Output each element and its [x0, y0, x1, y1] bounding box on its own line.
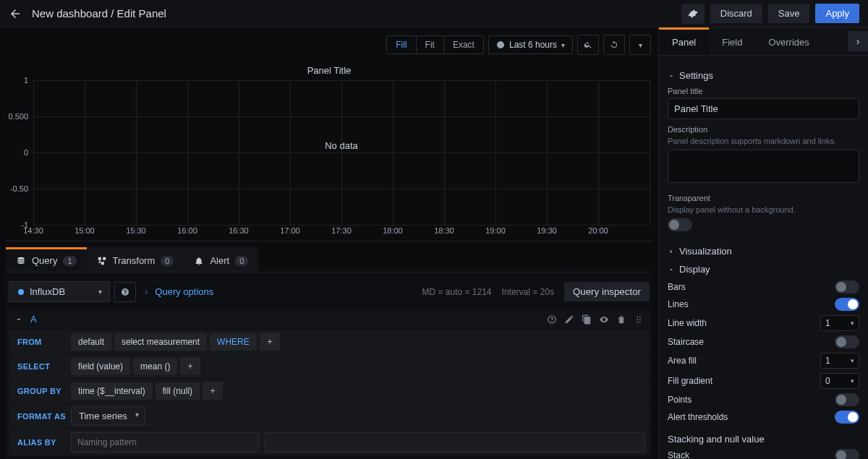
chevron-down-icon	[668, 266, 675, 273]
section-settings[interactable]: Settings	[668, 70, 859, 81]
time-range-button[interactable]: Last 6 hours ▾	[488, 35, 573, 54]
discard-button[interactable]: Discard	[710, 4, 762, 23]
transparent-label: Transparent	[668, 194, 859, 202]
section-display[interactable]: Display	[668, 264, 859, 275]
chart-toolbar: Fill Fit Exact Last 6 hours ▾ ▾	[6, 35, 652, 55]
alert-thresholds-label: Alert thresholds	[668, 412, 728, 422]
stack-label: Stack	[668, 450, 689, 459]
back-arrow-icon[interactable]	[9, 7, 22, 20]
view-fill-button[interactable]: Fill	[387, 36, 416, 53]
area-fill-label: Area fill	[668, 356, 697, 366]
svg-point-6	[637, 321, 638, 322]
query-help-icon[interactable]	[547, 314, 557, 325]
refresh-button[interactable]	[603, 35, 625, 55]
svg-point-7	[639, 321, 641, 322]
zoom-out-icon	[584, 40, 592, 49]
line-width-label: Line width	[668, 318, 707, 328]
chevron-down-icon[interactable]	[14, 315, 23, 324]
query-duplicate-icon[interactable]	[582, 314, 592, 325]
groupby-time-cap[interactable]: time ($__interval)	[71, 382, 153, 400]
from-default-cap[interactable]: default	[71, 333, 111, 351]
tab-alert[interactable]: Alert 0	[184, 247, 258, 272]
points-toggle[interactable]	[835, 393, 859, 406]
query-options-link[interactable]: Query options	[155, 286, 213, 297]
save-button[interactable]: Save	[768, 4, 810, 23]
apply-button[interactable]: Apply	[815, 4, 859, 23]
groupby-label: GROUP BY	[13, 387, 71, 395]
line-width-select[interactable]: 1▾	[820, 315, 859, 331]
stack-toggle[interactable]	[835, 449, 859, 459]
query-inspector-button[interactable]: Query inspector	[564, 282, 650, 301]
svg-point-3	[639, 316, 641, 317]
groupby-add-button[interactable]: ＋	[203, 382, 223, 400]
chevron-down-icon: ▾	[98, 288, 102, 296]
database-icon	[16, 256, 26, 266]
chart-plot: 1 0.500 0 -0.50 -1	[6, 80, 652, 225]
transparent-hint: Display panel without a background.	[668, 205, 859, 214]
panel-title-label: Panel title	[668, 87, 859, 95]
transparent-toggle[interactable]	[668, 218, 692, 231]
right-tabs: Panel Field Overrides ›	[659, 27, 868, 56]
query-block: A FROM default sel	[9, 309, 650, 455]
chevron-right-icon	[668, 248, 675, 255]
points-label: Points	[668, 395, 692, 405]
groupby-fill-cap[interactable]: fill (null)	[156, 382, 200, 400]
view-fit-button[interactable]: Fit	[417, 36, 444, 53]
query-edit-icon[interactable]	[564, 314, 574, 325]
panel-title-input[interactable]	[668, 98, 859, 119]
svg-point-2	[637, 316, 638, 317]
datasource-help-button[interactable]	[114, 282, 136, 302]
gear-icon	[688, 9, 698, 19]
svg-point-4	[637, 319, 638, 320]
transform-icon	[97, 256, 107, 266]
select-field-cap[interactable]: field (value)	[71, 358, 130, 375]
fill-gradient-label: Fill gradient	[668, 376, 712, 386]
alias-input[interactable]	[71, 432, 259, 452]
aliasby-label: ALIAS BY	[13, 438, 71, 447]
zoom-out-button[interactable]	[577, 35, 599, 55]
staircase-label: Staircase	[668, 337, 704, 347]
tab-query[interactable]: Query 1	[6, 247, 87, 272]
lines-label: Lines	[668, 299, 689, 309]
query-drag-icon[interactable]	[634, 314, 644, 325]
description-label: Description	[668, 125, 859, 134]
panel-settings-gear[interactable]	[681, 4, 705, 24]
page-title: New dashboard / Edit Panel	[32, 7, 166, 20]
view-exact-button[interactable]: Exact	[444, 36, 483, 53]
chart-title: Panel Title	[6, 65, 652, 76]
expand-sidebar-button[interactable]: ›	[848, 31, 868, 51]
chevron-down-icon	[668, 72, 675, 80]
alert-thresholds-toggle[interactable]	[835, 411, 859, 424]
from-measurement-cap[interactable]: select measurement	[114, 333, 207, 351]
select-add-button[interactable]: ＋	[180, 357, 200, 375]
tab-panel[interactable]: Panel	[659, 27, 709, 55]
description-input[interactable]	[668, 150, 859, 183]
stacking-heading: Stacking and null value	[668, 434, 859, 445]
query-tabs: Query 1 Transform 0 Alert 0	[6, 247, 652, 273]
tab-overrides[interactable]: Overrides	[755, 27, 822, 55]
chevron-down-icon: ▾	[639, 41, 642, 49]
formatas-select[interactable]: Time series	[71, 406, 145, 426]
chevron-right-icon: ›	[145, 286, 148, 297]
tab-transform[interactable]: Transform 0	[87, 247, 184, 272]
lines-toggle[interactable]	[835, 298, 859, 311]
area-fill-select[interactable]: 1▾	[820, 353, 859, 369]
clock-icon	[496, 40, 505, 49]
staircase-toggle[interactable]	[835, 335, 859, 348]
query-delete-icon[interactable]	[616, 314, 626, 325]
query-toggle-icon[interactable]	[599, 314, 609, 325]
where-label: WHERE	[210, 333, 257, 351]
query-md-label: MD = auto = 1214	[422, 287, 491, 297]
fill-gradient-select[interactable]: 0▾	[820, 373, 859, 389]
influxdb-icon	[17, 288, 25, 296]
tab-field[interactable]: Field	[709, 27, 755, 55]
description-hint: Panel description supports markdown and …	[668, 137, 859, 145]
datasource-select[interactable]: InfluxDB ▾	[9, 281, 110, 302]
no-data-label: No data	[325, 140, 358, 151]
refresh-interval-button[interactable]: ▾	[629, 35, 651, 55]
bars-toggle[interactable]	[835, 280, 859, 293]
section-visualization[interactable]: Visualization	[668, 246, 859, 257]
where-add-button[interactable]: ＋	[260, 333, 280, 351]
select-label: SELECT	[13, 362, 71, 371]
select-mean-cap[interactable]: mean ()	[133, 358, 177, 375]
